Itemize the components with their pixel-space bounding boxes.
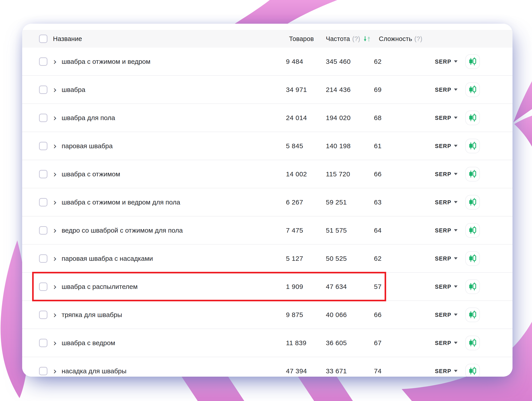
chevron-right-icon[interactable]: › — [53, 57, 57, 66]
table-row: › тряпка для швабры 9 875 40 066 66 SERP — [22, 301, 513, 329]
swoosh-top-ribbon — [232, 0, 337, 25]
row-checkbox[interactable] — [39, 282, 47, 291]
candlestick-chart-icon — [468, 198, 477, 207]
serp-dropdown[interactable]: SERP — [435, 58, 457, 65]
analytics-button[interactable] — [465, 82, 480, 97]
row-checkbox[interactable] — [39, 86, 47, 94]
difficulty-value: 67 — [374, 339, 381, 347]
swoosh-right-arc-lower — [514, 116, 532, 147]
row-checkbox[interactable] — [39, 254, 47, 263]
select-all-checkbox[interactable] — [39, 35, 47, 43]
table-row: › швабра 34 971 214 436 69 SERP — [22, 76, 513, 104]
serp-dropdown[interactable]: SERP — [435, 171, 457, 177]
serp-dropdown[interactable]: SERP — [435, 227, 457, 233]
keyword-name: швабра — [62, 86, 85, 94]
table-row: › швабра с отжимом и ведром для пола 6 2… — [22, 188, 513, 216]
keyword-name: тряпка для швабры — [62, 311, 122, 319]
chevron-right-icon[interactable]: › — [53, 170, 57, 179]
chevron-right-icon[interactable]: › — [53, 254, 57, 263]
analytics-button[interactable] — [465, 195, 480, 210]
keywords-table-card: Название Товаров Частота (?) Сложность (… — [22, 24, 513, 377]
row-checkbox[interactable] — [39, 114, 47, 122]
chevron-right-icon[interactable]: › — [53, 198, 57, 207]
difficulty-value: 74 — [374, 367, 381, 375]
analytics-button[interactable] — [465, 54, 480, 69]
frequency-header-label: Частота — [326, 35, 350, 43]
chevron-right-icon[interactable]: › — [53, 338, 57, 347]
candlestick-chart-icon — [468, 113, 477, 122]
serp-label: SERP — [435, 283, 451, 290]
row-checkbox[interactable] — [39, 198, 47, 207]
column-header-name[interactable]: Название — [53, 35, 82, 43]
caret-down-icon — [454, 173, 457, 175]
caret-down-icon — [454, 229, 457, 232]
column-header-frequency[interactable]: Частота (?) — [326, 35, 371, 43]
analytics-button[interactable] — [465, 111, 480, 125]
serp-dropdown[interactable]: SERP — [435, 86, 457, 93]
sort-arrows-icon[interactable] — [363, 35, 371, 42]
row-checkbox[interactable] — [39, 57, 47, 66]
candlestick-chart-icon — [468, 310, 477, 319]
candlestick-chart-icon — [468, 367, 477, 376]
analytics-button[interactable] — [465, 364, 480, 377]
serp-label: SERP — [435, 86, 451, 93]
chevron-right-icon[interactable]: › — [53, 142, 57, 150]
row-checkbox[interactable] — [39, 170, 47, 178]
column-header-difficulty[interactable]: Сложность (?) — [379, 35, 422, 43]
serp-dropdown[interactable]: SERP — [435, 340, 457, 346]
products-value: 1 909 — [286, 283, 303, 290]
serp-label: SERP — [435, 255, 451, 262]
frequency-value: 36 605 — [326, 339, 347, 347]
products-value: 47 394 — [286, 367, 307, 375]
analytics-button[interactable] — [465, 223, 480, 238]
row-checkbox[interactable] — [39, 339, 47, 347]
keyword-name: швабра с отжимом — [62, 170, 120, 178]
analytics-button[interactable] — [465, 336, 480, 350]
frequency-value: 50 525 — [326, 255, 347, 262]
caret-down-icon — [454, 370, 457, 372]
keyword-name: насадка для швабры — [62, 367, 127, 375]
serp-dropdown[interactable]: SERP — [435, 143, 457, 149]
caret-down-icon — [454, 89, 457, 91]
analytics-button[interactable] — [465, 139, 480, 153]
analytics-button[interactable] — [465, 251, 480, 266]
serp-label: SERP — [435, 340, 451, 346]
table-row: › насадка для швабры 47 394 33 671 74 SE… — [22, 357, 513, 377]
chevron-right-icon[interactable]: › — [53, 226, 57, 235]
keyword-name: швабра с отжимом и ведром — [62, 58, 151, 65]
candlestick-chart-icon — [468, 57, 477, 66]
caret-down-icon — [454, 314, 457, 316]
serp-dropdown[interactable]: SERP — [435, 312, 457, 318]
serp-label: SERP — [435, 199, 451, 205]
frequency-value: 115 720 — [326, 170, 350, 178]
serp-dropdown[interactable]: SERP — [435, 283, 457, 290]
page: { "header": { "name": "Название", "produ… — [0, 0, 532, 401]
difficulty-help-icon[interactable]: (?) — [414, 35, 422, 43]
table-row: › швабра с распылителем 1 909 47 634 57 … — [22, 273, 513, 301]
chevron-right-icon[interactable]: › — [53, 367, 57, 376]
chevron-right-icon[interactable]: › — [53, 113, 57, 122]
frequency-help-icon[interactable]: (?) — [352, 35, 360, 43]
analytics-button[interactable] — [465, 279, 480, 294]
row-checkbox[interactable] — [39, 367, 47, 375]
serp-label: SERP — [435, 312, 451, 318]
row-checkbox[interactable] — [39, 311, 47, 319]
chevron-right-icon[interactable]: › — [53, 85, 57, 94]
analytics-button[interactable] — [465, 167, 480, 182]
row-checkbox[interactable] — [39, 226, 47, 235]
column-header-products[interactable]: Товаров — [289, 35, 314, 43]
row-checkbox[interactable] — [39, 142, 47, 150]
analytics-button[interactable] — [465, 307, 480, 322]
serp-label: SERP — [435, 368, 451, 374]
serp-dropdown[interactable]: SERP — [435, 255, 457, 262]
products-value: 9 484 — [286, 58, 303, 65]
chevron-right-icon[interactable]: › — [53, 282, 57, 291]
frequency-value: 59 251 — [326, 199, 347, 206]
keyword-name: швабра с распылителем — [62, 283, 138, 290]
chevron-right-icon[interactable]: › — [53, 310, 57, 319]
serp-label: SERP — [435, 143, 451, 149]
serp-dropdown[interactable]: SERP — [435, 368, 457, 374]
products-value: 9 875 — [286, 311, 303, 319]
serp-dropdown[interactable]: SERP — [435, 199, 457, 205]
serp-dropdown[interactable]: SERP — [435, 114, 457, 121]
